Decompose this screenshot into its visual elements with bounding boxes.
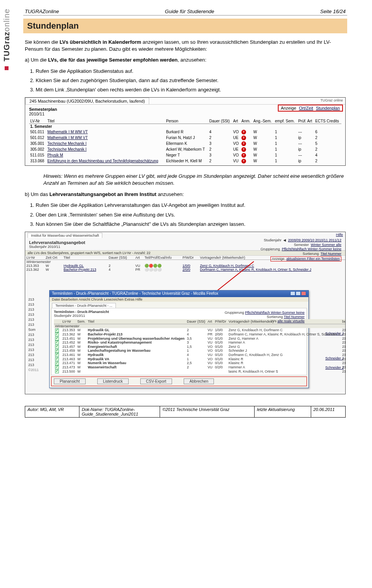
popup-button-row-highlight: Planansicht Listendruck CSV-Export Abbre… <box>51 377 307 386</box>
help-link[interactable]: Hilfe <box>336 233 343 238</box>
header-left: TUGRAZonline <box>25 9 59 14</box>
footer-author: Autor: MG, AM, VR <box>25 406 79 417</box>
table-row: 313.068Einführung in den Maschinenbau un… <box>29 158 341 164</box>
table-row: 213.463WHydraulik VA1VO 0/1/0Klasinc R21… <box>54 357 346 361</box>
logo-square-icon <box>5 66 9 70</box>
table-row: 501.011Mathematik I M WM VTBurkard R 4VO… <box>29 129 341 135</box>
section-b-lead: b) Um das Lehrveranstaltungsangebot an I… <box>25 191 346 198</box>
table-row: 213.362WBachelor-Projekt 2134PR 2/0/0Dor… <box>54 332 346 337</box>
table-row: 213.500W lasinc R, Knoblauch H, Ortner S… <box>54 369 346 373</box>
csv-export-button[interactable]: CSV-Export <box>140 378 172 384</box>
table-row: 213.362WBachelor-Projekt 213 4PR⚪⚪⚪⚪2/0/… <box>25 268 345 272</box>
shot-brand: TUGraz online <box>320 98 343 102</box>
step-item: Rufen Sie über die Applikation Lehrveran… <box>36 202 346 209</box>
study-tab[interactable]: 245 Maschinenbau (UG2002/09U, Bachelorst… <box>25 98 149 104</box>
section-b-steps: Rufen Sie über die Applikation Lehrveran… <box>36 202 346 228</box>
section-heading: Stundenplan <box>23 19 347 33</box>
step-item: Mit dem Link ‚Stundenplan' oben rechts w… <box>36 86 346 93</box>
terminlisten-popup: Terminlisten - Druck-/Planansicht - TUGR… <box>49 290 309 388</box>
table-row: 213.457WEnergiewirtschaft1,5VO 0/1/0Zenz… <box>54 344 346 349</box>
listendruck-button[interactable]: Listendruck <box>97 378 129 384</box>
behind-popup-lvnrs: 213213213213213213 Som 21321321321321321… <box>28 297 39 373</box>
abbrechen-button[interactable]: Abbrechen <box>184 378 214 384</box>
popup-title: Terminlisten - Druck-/Planansicht - TUGR… <box>52 291 218 296</box>
anzeige-links-highlight: Anzeige Ort/Zeit Stundenplan <box>278 105 343 112</box>
table-row: 213.471WNumerik im Wasserbau2,5VU 0/1/0K… <box>54 361 346 365</box>
filter-panel: Studienjahr ◀ 2008/09 2009/10 2010/11 20… <box>260 238 341 261</box>
register-t-icon: T <box>241 147 246 152</box>
table-row: 511.015Physik MNeger T 3VOT W1---4 <box>29 152 341 158</box>
section-a-lead: a) Um die LVs, die für das jeweilige Sem… <box>25 57 346 64</box>
step-item: Über den Link ‚Terminlisten' sehen Sie e… <box>36 211 346 218</box>
table-row: 213.451WProjektierung und Überwachung wa… <box>54 336 346 340</box>
header-center: Guide für Studierende <box>165 9 214 14</box>
register-t-icon: T <box>241 153 246 158</box>
register-t-icon: T <box>241 141 246 146</box>
register-t-icon: T <box>241 159 246 163</box>
page-header: TUGRAZonline Guide für Studierende Seite… <box>23 8 347 15</box>
section-a-steps: Rufen Sie die Applikation Studienstatus … <box>36 68 346 94</box>
footer-copyright: ©2011 Technische Universität Graz <box>160 406 255 417</box>
semesterplan-screenshot: 245 Maschinenbau (UG2002/09U, Bachelorst… <box>25 97 346 166</box>
shot1-year: 2010/11 <box>29 112 341 116</box>
step-item: Rufen Sie die Applikation Studienstatus … <box>36 68 346 75</box>
lvangebot-screenshot: Institut für Wasserbau und Wasserwirtsch… <box>25 232 346 394</box>
semesterplan-table: LV-NrTitelPerson Dauer (SSt)ArtAnm. Ang.… <box>29 119 341 164</box>
table-row: 213.452WRisiko- und Katastrophenmanageme… <box>54 340 346 345</box>
hint-paragraph: Hinweis: Wenn es mehrere Gruppen einer L… <box>43 173 346 186</box>
anzeige-row-highlight: Anzeige aktualisieren Filter ein Terminl… <box>270 256 341 262</box>
terminlisten-table: LV-NrSem. TitelDauer (SSt)Art P/W/DrVort… <box>54 319 346 373</box>
minimize-icon <box>290 291 295 296</box>
vertical-brand-logo: TUGrazonline <box>2 9 11 70</box>
row-checkbox[interactable] <box>55 370 59 373</box>
register-t-icon: T <box>241 136 246 140</box>
footer-updated-label: letzte Aktualisierung <box>254 406 311 417</box>
intro-paragraph: Sie können die LVs übersichtlich in Kale… <box>25 39 346 53</box>
table-row: 305.001Technische Mechanik IEllermann K … <box>29 141 341 146</box>
close-icon <box>301 291 306 296</box>
table-row: 213.473WWasserwirtschaft2VU 0/2/0Hammer … <box>54 365 346 370</box>
table-row: 213.353WHydraulik GL2VU 1/0/0Zenz G, Kno… <box>54 328 346 332</box>
footer-docname: Dok-Name: TUGRAZonline-Guide_Studierende… <box>79 406 160 417</box>
window-buttons[interactable] <box>290 291 306 296</box>
popup-tab[interactable]: Terminlisten - Druck-/Planansicht - ... <box>52 303 116 308</box>
table-row: 305.002Technische Mechanik IAckerl W, Ha… <box>29 146 341 152</box>
header-right: Seite 16/24 <box>320 9 346 14</box>
footer-table: Autor: MG, AM, VR Dok-Name: TUGRAZonline… <box>25 406 346 418</box>
table-row: 213.353WHydraulik GL 2VU🟢🔴🟢🟢1/0/0 Zenz G… <box>25 264 345 268</box>
step-item: Nun können Sie über die Schaltfläche „Pl… <box>36 221 346 228</box>
link-stundenplan[interactable]: Stundenplan <box>316 106 340 110</box>
browser-menu[interactable]: Datei Bearbeiten Ansicht Chronik Lesezei… <box>50 297 308 302</box>
footer-updated-date: 20.06.2011 <box>311 406 345 417</box>
table-row: 213.459WLandschaftsgestaltung im Wasserb… <box>54 349 346 353</box>
register-t-icon: T <box>241 130 246 134</box>
step-item: Klicken Sie auf den zugehörigen Studienp… <box>36 77 346 84</box>
popup-filter: Gruppierung Pflicht/Wahlfach Winter-Somm… <box>225 311 305 324</box>
institute-tab[interactable]: Institut für Wasserbau und Wasserwirtsch… <box>28 233 102 238</box>
table-row: 213.461WHydraulik4VU 0/1/0Dorfmann C, Kn… <box>54 353 346 357</box>
link-ort-zeit[interactable]: Ort/Zeit <box>299 106 313 110</box>
planansicht-button[interactable]: Planansicht <box>54 378 86 384</box>
table-row: 501.012Mathematik I M WM VTFurian N, Hat… <box>29 135 341 141</box>
maximize-icon <box>296 291 301 296</box>
